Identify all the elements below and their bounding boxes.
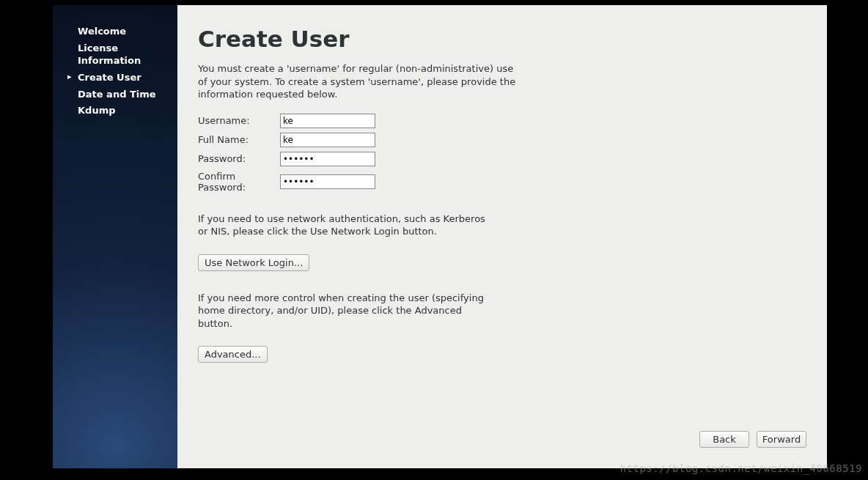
- sidebar: Welcome License Information Create User …: [53, 5, 177, 468]
- sidebar-item-create-user[interactable]: Create User: [67, 70, 170, 86]
- username-input[interactable]: [280, 114, 375, 128]
- forward-button[interactable]: Forward: [757, 431, 806, 448]
- sidebar-item-kdump[interactable]: Kdump: [67, 103, 170, 119]
- username-label: Username:: [198, 111, 280, 130]
- password-label: Password:: [198, 149, 280, 169]
- back-button[interactable]: Back: [699, 431, 749, 448]
- password-input[interactable]: [280, 152, 375, 166]
- fullname-label: Full Name:: [198, 130, 280, 149]
- fullname-input[interactable]: [280, 133, 375, 147]
- confirm-password-label: Confirm Password:: [198, 169, 280, 195]
- use-network-login-button[interactable]: Use Network Login...: [198, 254, 309, 271]
- user-form: Username: Full Name: Password: Confirm P…: [198, 111, 806, 195]
- page-title: Create User: [198, 26, 806, 52]
- page-description: You must create a 'username' for regular…: [198, 62, 521, 101]
- sidebar-item-license[interactable]: License Information: [67, 40, 170, 70]
- main-content: Create User You must create a 'username'…: [177, 5, 827, 468]
- advanced-info: If you need more control when creating t…: [198, 292, 491, 331]
- advanced-button[interactable]: Advanced...: [198, 346, 268, 363]
- confirm-password-input[interactable]: [280, 174, 375, 189]
- sidebar-item-welcome[interactable]: Welcome: [67, 23, 170, 40]
- network-login-info: If you need to use network authenticatio…: [198, 213, 491, 238]
- watermark: https://blog.csdn.net/weixin_40668519: [620, 462, 862, 474]
- sidebar-item-date-time[interactable]: Date and Time: [67, 86, 170, 103]
- footer-buttons: Back Forward: [699, 431, 806, 448]
- setup-window: Welcome License Information Create User …: [53, 5, 827, 468]
